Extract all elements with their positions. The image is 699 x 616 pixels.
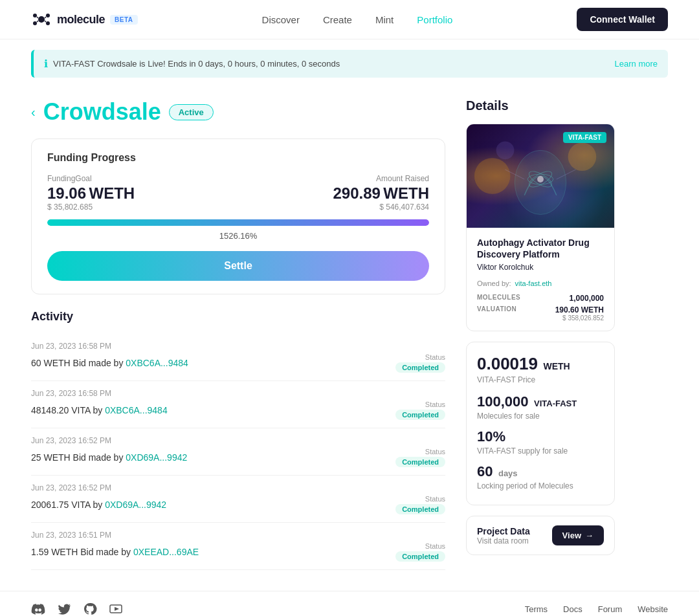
- activity-row-1: 48148.20 VITA by 0XBC6A...9484 Status Co…: [31, 401, 445, 420]
- footer: Terms Docs Forum Website: [0, 591, 699, 616]
- activity-addr-4[interactable]: 0XEEAD...69AE: [133, 547, 199, 557]
- token-price-label: VITA-FAST Price: [477, 375, 604, 384]
- supply-percent-row: 10% VITA-FAST supply for sale: [477, 428, 604, 456]
- crowdsale-title: Crowdsale: [43, 98, 161, 126]
- molecules-sale-label: Molecules for sale: [477, 412, 604, 421]
- svg-point-1: [33, 14, 37, 17]
- arrow-right-icon: →: [585, 531, 594, 540]
- molecule-logo-icon: [31, 9, 52, 30]
- activity-desc-2: 25 WETH Bid made by 0XD69A...9942: [31, 452, 187, 463]
- view-button[interactable]: View →: [552, 525, 604, 545]
- molecules-label: MOLECULES: [477, 294, 538, 303]
- activity-title: Activity: [31, 310, 445, 324]
- activity-row-4: 1.59 WETH Bid made by 0XEEAD...69AE Stat…: [31, 542, 445, 562]
- activity-date-0: Jun 23, 2023 16:58 PM: [31, 342, 445, 351]
- molecules-sale-value: 100,000: [477, 393, 529, 410]
- activity-desc-0: 60 WETH Bid made by 0XBC6A...9484: [31, 358, 188, 368]
- activity-addr-3[interactable]: 0XD69A...9942: [105, 500, 166, 510]
- funding-goal-label: FundingGoal: [47, 174, 135, 183]
- activity-item-1: Jun 23, 2023 16:58 PM 48148.20 VITA by 0…: [31, 381, 445, 428]
- right-panel: Details: [466, 98, 615, 570]
- token-info-card: 0.00019 WETH VITA-FAST Price 100,000 VIT…: [466, 342, 615, 505]
- github-icon[interactable]: [83, 602, 97, 616]
- project-data-card: Project Data Visit data room View →: [466, 516, 615, 555]
- amount-raised-label: Amount Raised: [333, 174, 429, 183]
- funding-goal-usd: $ 35,802.685: [47, 203, 135, 212]
- discord-icon[interactable]: [31, 602, 45, 616]
- funding-title: Funding Progress: [47, 152, 429, 164]
- project-metrics: MOLECULES 1,000,000 VALUATION 190.60 WET…: [477, 294, 604, 322]
- beta-badge: BETA: [110, 15, 137, 25]
- footer-links: Terms Docs Forum Website: [525, 604, 668, 614]
- nav-portfolio[interactable]: Portfolio: [417, 14, 452, 25]
- nav-discover[interactable]: Discover: [262, 14, 300, 25]
- settle-button[interactable]: Settle: [47, 251, 429, 281]
- activity-item-3: Jun 23, 2023 16:52 PM 20061.75 VITA by 0…: [31, 476, 445, 523]
- activity-row-3: 20061.75 VITA by 0XD69A...9942 Status Co…: [31, 495, 445, 514]
- footer-link-docs[interactable]: Docs: [563, 604, 582, 614]
- owned-by-value[interactable]: vita-fast.eth: [515, 280, 552, 287]
- amount-raised-usd: $ 546,407.634: [333, 203, 429, 212]
- funding-progress-section: Funding Progress FundingGoal 19.06 WETH …: [31, 138, 445, 294]
- supply-percent-label: VITA-FAST supply for sale: [477, 446, 604, 456]
- amount-raised-value: 290.89: [333, 184, 380, 202]
- status-badge-4: Completed: [395, 551, 445, 562]
- project-data-sub: Visit data room: [477, 536, 530, 545]
- valuation-label: VALUATION: [477, 305, 538, 322]
- footer-link-forum[interactable]: Forum: [598, 604, 623, 614]
- nav-create[interactable]: Create: [323, 14, 352, 25]
- activity-item-0: Jun 23, 2023 16:58 PM 60 WETH Bid made b…: [31, 334, 445, 381]
- funding-goal-value: 19.06: [47, 184, 86, 202]
- footer-link-terms[interactable]: Terms: [525, 604, 548, 614]
- svg-point-4: [46, 21, 50, 25]
- valuation-usd: $ 358,026.852: [543, 314, 604, 322]
- amount-raised-unit: WETH: [383, 184, 429, 202]
- svg-point-0: [38, 16, 45, 23]
- medium-icon[interactable]: [109, 602, 123, 616]
- owner-name: Viktor Korolchuk: [477, 263, 533, 272]
- funding-stats: FundingGoal 19.06 WETH $ 35,802.685 Amou…: [47, 174, 429, 212]
- learn-more-link[interactable]: Learn more: [615, 59, 658, 69]
- molecules-sale-unit: VITA-FAST: [534, 399, 577, 408]
- owned-by-row: Owned by: vita-fast.eth: [477, 280, 604, 287]
- svg-point-10: [568, 142, 597, 171]
- locking-days-label: Locking period of Molecules: [477, 481, 604, 490]
- svg-point-12: [515, 150, 566, 214]
- activity-date-4: Jun 23, 2023 16:51 PM: [31, 531, 445, 540]
- logo-text: molecule: [57, 13, 105, 27]
- project-image: VITA-FAST: [467, 124, 614, 228]
- info-icon: ℹ: [44, 58, 48, 70]
- connect-wallet-button[interactable]: Connect Wallet: [577, 8, 668, 31]
- banner-text: VITA-FAST Crowdsale is Live! Ends in 0 d…: [53, 59, 340, 69]
- activity-row-0: 60 WETH Bid made by 0XBC6A...9484 Status…: [31, 353, 445, 373]
- valuation-weth: 190.60 WETH: [543, 305, 604, 314]
- molecules-sale-row: 100,000 VITA-FAST Molecules for sale: [477, 393, 604, 421]
- twitter-icon[interactable]: [57, 602, 71, 616]
- progress-bar: [47, 219, 429, 226]
- activity-date-2: Jun 23, 2023 16:52 PM: [31, 436, 445, 445]
- locking-days-row: 60 days Locking period of Molecules: [477, 463, 604, 490]
- activity-addr-1[interactable]: 0XBC6A...9484: [105, 405, 168, 415]
- molecules-value: 1,000,000: [543, 294, 604, 303]
- owner-row: Viktor Korolchuk: [477, 263, 604, 272]
- back-arrow[interactable]: ‹: [31, 105, 36, 120]
- activity-addr-0[interactable]: 0XBC6A...9484: [126, 358, 188, 368]
- locking-days-unit: days: [498, 468, 518, 478]
- activity-section: Activity Jun 23, 2023 16:58 PM 60 WETH B…: [31, 310, 445, 570]
- status-badge-1: Completed: [395, 410, 445, 420]
- footer-link-website[interactable]: Website: [638, 604, 668, 614]
- activity-item-4: Jun 23, 2023 16:51 PM 1.59 WETH Bid made…: [31, 523, 445, 570]
- activity-desc-4: 1.59 WETH Bid made by 0XEEAD...69AE: [31, 547, 199, 557]
- funding-goal-unit: WETH: [89, 184, 135, 202]
- progress-percent: 1526.16%: [47, 231, 429, 241]
- status-group-1: Status Completed: [395, 401, 445, 420]
- activity-addr-2[interactable]: 0XD69A...9942: [126, 452, 187, 463]
- status-badge-3: Completed: [395, 504, 445, 514]
- amount-raised-group: Amount Raised 290.89 WETH $ 546,407.634: [333, 174, 429, 212]
- owned-by-label: Owned by:: [477, 280, 511, 287]
- nav-mint[interactable]: Mint: [375, 14, 394, 25]
- project-data-info: Project Data Visit data room: [477, 526, 530, 545]
- supply-percent-value: 10%: [477, 428, 505, 445]
- valuation-value-group: 190.60 WETH $ 358,026.852: [543, 305, 604, 322]
- svg-marker-20: [115, 607, 119, 611]
